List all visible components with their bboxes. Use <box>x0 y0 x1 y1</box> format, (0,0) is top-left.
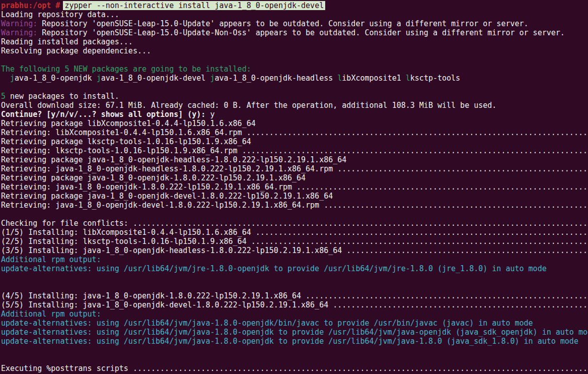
terminal-line: Retrieving: java-1_8_0-openjdk-devel-1.8… <box>1 201 588 210</box>
terminal-text: Overall download size: 67.1 MiB. Already… <box>1 101 496 110</box>
terminal-line: Retrieving: libXcomposite1-0.4.4-lp150.1… <box>1 128 588 137</box>
terminal-line: Overall download size: 67.1 MiB. Already… <box>1 101 588 110</box>
terminal-text: Retrieving: java-1_8_0-openjdk-1.8.0.222… <box>1 182 297 192</box>
rpm-output-text: Additional rpm output: <box>1 255 101 264</box>
terminal-line: Resolving package dependencies... <box>1 46 588 55</box>
terminal-text: Retrieving: java-1_8_0-openjdk-headless-… <box>1 164 337 173</box>
terminal-line: Retrieving package java-1_8_0-openjdk-de… <box>1 192 588 201</box>
terminal-line <box>1 282 588 291</box>
terminal-text: (3/5) Installing: java-1_8_0-openjdk-hea… <box>1 246 346 255</box>
terminal-text: new packages to install. <box>6 92 119 101</box>
terminal-text: ava-1_8_0-openjdk-headless <box>214 74 337 83</box>
terminal-line: Loading repository data... <box>1 10 588 19</box>
terminal-text: Retrieving: libXcomposite1-0.4.4-lp150.1… <box>1 128 247 137</box>
terminal-line: Retrieving: java-1_8_0-openjdk-headless-… <box>1 164 588 173</box>
terminal-text: Resolving package dependencies... <box>1 46 151 55</box>
progress-dots: ........................................… <box>247 128 588 137</box>
rpm-output-text: update-alternatives: using /usr/lib64/jv… <box>1 264 547 273</box>
terminal-line: (2/5) Installing: lksctp-tools-1.0.16-lp… <box>1 237 588 246</box>
progress-dots: ........................................… <box>256 228 588 237</box>
terminal-line <box>1 55 588 65</box>
progress-dots: ........................................… <box>346 246 588 255</box>
terminal-text: ava-1_8_0-openjdk <box>15 74 97 83</box>
terminal-line: Additional rpm output: <box>1 309 588 319</box>
warning-label: Warning: <box>1 19 37 28</box>
terminal-text: (4/5) Installing: java-1_8_0-openjdk-1.8… <box>1 291 306 300</box>
progress-dots: ........................................… <box>242 146 588 155</box>
terminal-text: (5/5) Installing: java-1_8_0-openjdk-dev… <box>1 300 333 309</box>
terminal-line: Retrieving: lksctp-tools-1.0.16-lp150.1.… <box>1 146 588 155</box>
terminal-line <box>1 83 588 92</box>
progress-dots: ........................................… <box>297 182 588 192</box>
terminal-line <box>1 346 588 355</box>
terminal-text <box>1 74 10 83</box>
terminal-text: Reading installed packages... <box>1 37 133 46</box>
terminal-text: Retrieving package lksctp-tools-1.0.16-l… <box>1 137 251 146</box>
terminal-screen[interactable]: prabhu:/opt # zypper --non-interactive i… <box>0 0 588 374</box>
terminal-line: The following 5 NEW packages are going t… <box>1 65 588 74</box>
terminal-line: Warning: Repository 'openSUSE-Leap-15.0-… <box>1 28 588 37</box>
terminal-line: Reading installed packages... <box>1 37 588 46</box>
rpm-output-text: update-alternatives: using /usr/lib64/jv… <box>1 328 588 337</box>
rpm-output-text: update-alternatives: using /usr/lib64/jv… <box>1 337 578 346</box>
rpm-output-text: Additional rpm output: <box>1 309 101 319</box>
terminal-text: Executing %posttrans scripts <box>1 364 133 373</box>
terminal-text: y <box>210 110 214 119</box>
emphasis-green-text: l <box>406 74 410 83</box>
terminal-line: update-alternatives: using /usr/lib64/jv… <box>1 319 588 328</box>
terminal-text: (2/5) Installing: lksctp-tools-1.0.16-lp… <box>1 237 251 246</box>
terminal-text: Loading repository data... <box>1 10 119 19</box>
terminal-text: Retrieving package java-1_8_0-openjdk-de… <box>1 192 333 201</box>
emphasis-green-text: j <box>97 74 101 83</box>
command-highlight: zypper --non-interactive install java-1_… <box>64 1 324 10</box>
emphasis-green-text: The following 5 NEW packages are going t… <box>1 65 251 74</box>
terminal-line: update-alternatives: using /usr/lib64/jv… <box>1 264 588 273</box>
terminal-line: Retrieving: java-1_8_0-openjdk-1.8.0.222… <box>1 182 588 192</box>
terminal-line: Retrieving package java-1_8_0-openjdk-1.… <box>1 173 588 182</box>
terminal-line <box>1 273 588 282</box>
terminal-line: (4/5) Installing: java-1_8_0-openjdk-1.8… <box>1 291 588 300</box>
terminal-text: Repository 'openSUSE-Leap-15.0-Update' a… <box>37 19 528 28</box>
terminal-line: (3/5) Installing: java-1_8_0-openjdk-hea… <box>1 246 588 255</box>
terminal-line: (5/5) Installing: java-1_8_0-openjdk-dev… <box>1 300 588 309</box>
terminal-text: Retrieving package java-1_8_0-openjdk-he… <box>1 155 346 164</box>
rpm-output-text: update-alternatives: using /usr/lib64/jv… <box>1 319 533 328</box>
terminal-text: ksctp-tools <box>410 74 460 83</box>
progress-dots: ........................................… <box>337 164 588 173</box>
progress-dots: ........................................… <box>333 300 588 309</box>
terminal-line: Retrieving package lksctp-tools-1.0.16-l… <box>1 137 588 146</box>
terminal-text: ibXcomposite1 <box>342 74 405 83</box>
warning-label: Warning: <box>1 28 37 37</box>
progress-dots: ........................................… <box>133 219 588 228</box>
progress-dots: ........................................… <box>133 364 588 373</box>
terminal-text: Retrieving: lksctp-tools-1.0.16-lp150.1.… <box>1 146 242 155</box>
progress-dots: ........................................… <box>306 291 588 300</box>
terminal-text: ava-1_8_0-openjdk-devel <box>101 74 210 83</box>
emphasis-green-text: 5 <box>1 92 6 101</box>
terminal-line: (1/5) Installing: libXcomposite1-0.4.4-l… <box>1 228 588 237</box>
emphasis-green-text: j <box>10 74 15 83</box>
terminal-text: (1/5) Installing: libXcomposite1-0.4.4-l… <box>1 228 256 237</box>
bold-text: Continue? [y/n/v/...? shows all options]… <box>1 110 210 119</box>
progress-dots: ........................................… <box>251 237 588 246</box>
emphasis-green-text: l <box>337 74 342 83</box>
terminal-line <box>1 210 588 219</box>
shell-prompt: prabhu:/opt # <box>1 1 64 10</box>
terminal-text: Retrieving package java-1_8_0-openjdk-1.… <box>1 173 306 182</box>
terminal-line: Additional rpm output: <box>1 255 588 264</box>
terminal-line: Retrieving package libXcomposite1-0.4.4-… <box>1 119 588 128</box>
terminal-line: Continue? [y/n/v/...? shows all options]… <box>1 110 588 119</box>
terminal-line: update-alternatives: using /usr/lib64/jv… <box>1 337 588 346</box>
terminal-line: Warning: Repository 'openSUSE-Leap-15.0-… <box>1 19 588 28</box>
terminal-text: Checking for file conflicts: <box>1 219 133 228</box>
terminal-line: update-alternatives: using /usr/lib64/jv… <box>1 328 588 337</box>
terminal-text: Retrieving package libXcomposite1-0.4.4-… <box>1 119 256 128</box>
terminal-line: Retrieving package java-1_8_0-openjdk-he… <box>1 155 588 164</box>
terminal-text: Retrieving: java-1_8_0-openjdk-devel-1.8… <box>1 201 324 210</box>
terminal-line: Executing %posttrans scripts ...........… <box>1 364 588 373</box>
terminal-line: Checking for file conflicts: ...........… <box>1 219 588 228</box>
terminal-line <box>1 355 588 364</box>
terminal-line: 5 new packages to install. <box>1 92 588 101</box>
terminal-line: java-1_8_0-openjdk java-1_8_0-openjdk-de… <box>1 74 588 83</box>
terminal-line: prabhu:/opt # zypper --non-interactive i… <box>1 1 588 10</box>
